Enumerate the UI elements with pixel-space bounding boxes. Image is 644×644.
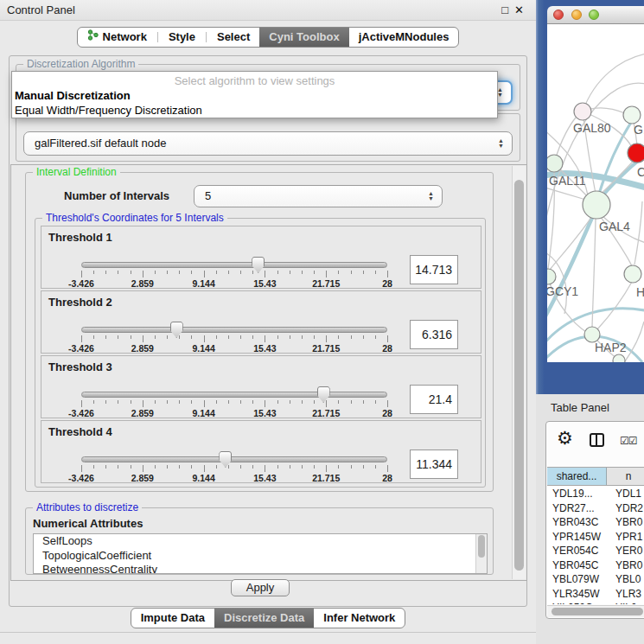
threshold-1-label: Threshold 1 bbox=[48, 231, 112, 244]
tab-impute-data[interactable]: Impute Data bbox=[131, 609, 214, 628]
split-column-icon[interactable] bbox=[590, 433, 604, 447]
dropdown-option-manual-discretization[interactable]: Manual Discretization bbox=[15, 89, 131, 102]
tab-network[interactable]: Network bbox=[78, 28, 156, 47]
table-cell-name[interactable]: YLR3 bbox=[607, 587, 644, 602]
threshold-3-label: Threshold 3 bbox=[48, 360, 112, 373]
table-cell-shared[interactable]: YER054C bbox=[547, 544, 607, 558]
threshold-2-slider-track[interactable] bbox=[81, 327, 387, 333]
table-cell-shared[interactable]: YBL079W bbox=[547, 572, 607, 587]
table-row[interactable]: YDL19...YDL1 bbox=[547, 487, 644, 501]
tab-select[interactable]: Select bbox=[207, 28, 259, 47]
network-node[interactable] bbox=[574, 103, 591, 120]
table-cell-shared[interactable]: YDL19... bbox=[547, 487, 607, 501]
minimize-traffic-light[interactable] bbox=[571, 10, 582, 20]
table-cell-shared[interactable]: YBR045C bbox=[547, 558, 607, 573]
dropdown-placeholder-option[interactable]: Select algorithm to view settings bbox=[12, 74, 497, 87]
checkbox-icons[interactable]: ☑☑ bbox=[620, 435, 637, 447]
tick-label: 15.43 bbox=[253, 408, 276, 418]
vertical-scrollbar[interactable] bbox=[512, 166, 526, 579]
threshold-1-slider-track[interactable] bbox=[81, 262, 387, 268]
table-row[interactable]: YPR145WYPR1 bbox=[547, 530, 644, 545]
table-row[interactable]: YBL079WYBL0 bbox=[547, 572, 644, 587]
table-cell-name[interactable]: YBL0 bbox=[607, 572, 644, 587]
network-node[interactable] bbox=[628, 143, 644, 163]
table-row[interactable]: YBR045CYBR0 bbox=[547, 558, 644, 573]
table-cell-shared[interactable]: YBR043C bbox=[547, 515, 607, 530]
tab-cyni-toolbox[interactable]: Cyni Toolbox bbox=[259, 28, 348, 47]
network-node[interactable] bbox=[547, 269, 556, 284]
table-row[interactable]: YBR043CYBR0 bbox=[547, 515, 644, 530]
table-cell-shared[interactable]: YIL052C bbox=[547, 601, 607, 604]
list-scrollbar[interactable] bbox=[475, 534, 487, 573]
tick-mark bbox=[204, 335, 205, 342]
table-header-shared[interactable]: shared... bbox=[547, 468, 607, 485]
table-cell-name[interactable]: YDR2 bbox=[607, 501, 644, 516]
table-cell-name[interactable]: YDL1 bbox=[607, 487, 644, 501]
table-cell-name[interactable]: YBR0 bbox=[607, 558, 644, 573]
tab-jactivemnodules[interactable]: jActiveMNodules bbox=[349, 28, 459, 47]
table-row[interactable]: YDR27...YDR2 bbox=[547, 501, 644, 516]
table-header-name[interactable]: n bbox=[607, 468, 644, 485]
table-cell-shared[interactable]: YDR27... bbox=[547, 501, 607, 516]
network-node[interactable] bbox=[624, 265, 641, 283]
table-row[interactable]: YLR345WYLR3 bbox=[547, 587, 644, 602]
network-node[interactable] bbox=[623, 106, 641, 124]
table-cell-name[interactable]: YBR0 bbox=[607, 515, 644, 530]
tick-mark bbox=[143, 271, 143, 277]
tick-mark bbox=[216, 335, 217, 339]
threshold-4-slider-track[interactable] bbox=[81, 456, 387, 462]
tick-mark bbox=[302, 465, 303, 469]
threshold-2-value-field[interactable]: 6.316 bbox=[410, 320, 458, 349]
dropdown-option-equal-width-frequency[interactable]: Equal Width/Frequency Discretization bbox=[15, 104, 202, 117]
table-data-combobox[interactable]: galFiltered.sif default node ▲▼ bbox=[23, 131, 513, 156]
gear-icon[interactable]: ⚙ bbox=[557, 429, 573, 448]
network-node-label: GAL80 bbox=[573, 121, 611, 135]
tick-mark bbox=[240, 335, 241, 339]
attribute-list-item[interactable]: BetweennessCentrality bbox=[34, 563, 487, 574]
table-row[interactable]: YER054CYER0 bbox=[547, 544, 644, 558]
tick-mark bbox=[179, 335, 180, 339]
close-traffic-light[interactable] bbox=[553, 10, 564, 20]
network-node[interactable] bbox=[547, 155, 563, 172]
tick-mark bbox=[252, 271, 253, 274]
tick-mark bbox=[105, 465, 106, 469]
tick-mark bbox=[338, 271, 339, 274]
network-node-label: G. bbox=[634, 123, 644, 137]
horizontal-scrollbar-thumb[interactable] bbox=[552, 608, 643, 615]
tab-style[interactable]: Style bbox=[159, 28, 205, 47]
table-cell-shared[interactable]: YPR145W bbox=[547, 530, 607, 545]
network-node[interactable] bbox=[613, 354, 625, 362]
table-cell-shared[interactable]: YLR345W bbox=[547, 587, 607, 602]
tab-discretize-data[interactable]: Discretize Data bbox=[214, 609, 314, 628]
tick-mark bbox=[277, 271, 278, 274]
float-window-icon[interactable]: □ bbox=[501, 3, 508, 16]
tick-mark bbox=[277, 400, 278, 404]
table-cell-name[interactable]: YER0 bbox=[607, 544, 644, 558]
zoom-traffic-light[interactable] bbox=[589, 10, 599, 20]
tab-impute-data-label: Impute Data bbox=[141, 609, 205, 628]
attribute-list-item[interactable]: SelfLoops bbox=[34, 534, 487, 549]
table-row[interactable]: YIL052CYIL0 bbox=[547, 601, 644, 604]
network-window-titlebar[interactable] bbox=[547, 6, 644, 24]
settings-scrollpane: Interval Definition Number of Intervals … bbox=[10, 164, 527, 581]
network-node[interactable] bbox=[583, 191, 610, 219]
threshold-3-value-field[interactable]: 21.4 bbox=[410, 385, 458, 414]
horizontal-scrollbar[interactable] bbox=[547, 605, 644, 617]
close-icon[interactable]: ✕ bbox=[514, 3, 524, 16]
tick-mark bbox=[351, 271, 352, 274]
table-cell-name[interactable]: YPR1 bbox=[607, 530, 644, 545]
tick-mark bbox=[240, 271, 241, 274]
threshold-4-value-field[interactable]: 11.344 bbox=[410, 450, 458, 479]
number-of-intervals-combobox[interactable]: 5 ▲▼ bbox=[194, 185, 443, 207]
tab-infer-network[interactable]: Infer Network bbox=[314, 609, 405, 628]
attribute-list-item[interactable]: TopologicalCoefficient bbox=[34, 549, 487, 564]
threshold-3-slider-track[interactable] bbox=[81, 392, 387, 398]
apply-button[interactable]: Apply bbox=[231, 579, 290, 596]
vertical-scrollbar-thumb[interactable] bbox=[514, 180, 524, 571]
table-cell-name[interactable]: YIL0 bbox=[607, 601, 644, 604]
network-view-canvas[interactable]: GAL80G.CGAL11GAL4GCY1HHAP2 bbox=[547, 24, 644, 362]
slider-tick-scale bbox=[81, 400, 387, 408]
threshold-1-value-field[interactable]: 14.713 bbox=[410, 255, 458, 284]
list-scrollbar-thumb[interactable] bbox=[478, 535, 485, 558]
tick-mark bbox=[314, 400, 315, 404]
